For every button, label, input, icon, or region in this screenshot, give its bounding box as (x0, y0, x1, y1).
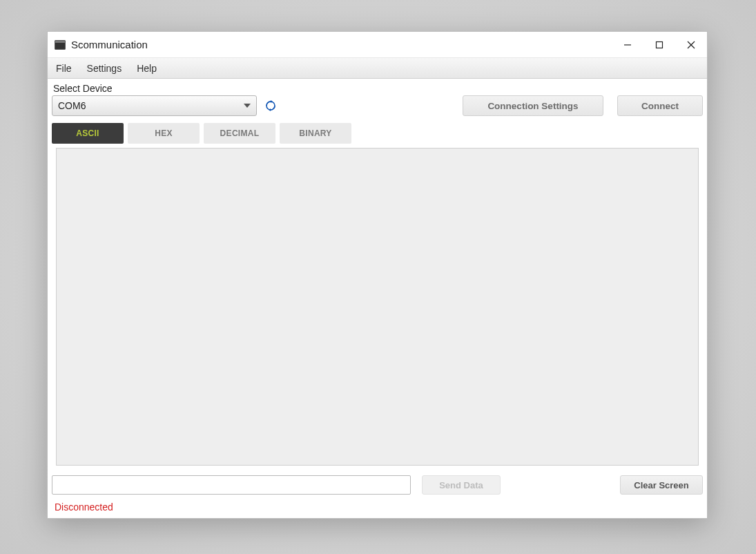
app-window: Scommunication File Settings Help Select… (47, 31, 708, 519)
close-icon (687, 41, 695, 49)
content-area: Select Device COM6 Connection Settings C… (48, 79, 707, 518)
select-device-label: Select Device (48, 79, 707, 95)
connection-status: Disconnected (48, 495, 707, 518)
send-data-button[interactable]: Send Data (422, 475, 501, 495)
clear-screen-button[interactable]: Clear Screen (620, 475, 703, 495)
tab-binary[interactable]: BINARY (280, 123, 351, 144)
refresh-icon (265, 100, 276, 111)
menu-settings[interactable]: Settings (87, 63, 122, 74)
menu-bar: File Settings Help (48, 58, 707, 79)
chevron-down-icon (244, 104, 251, 108)
app-icon (55, 40, 66, 50)
connect-button[interactable]: Connect (617, 95, 703, 116)
send-input[interactable] (52, 475, 411, 495)
maximize-icon (655, 41, 663, 49)
title-bar: Scommunication (48, 32, 707, 58)
tab-hex[interactable]: HEX (128, 123, 200, 144)
send-row: Send Data Clear Screen (48, 466, 707, 495)
tab-decimal[interactable]: DECIMAL (204, 123, 275, 144)
refresh-button[interactable] (265, 100, 276, 111)
device-row: COM6 Connection Settings Connect (48, 95, 707, 123)
maximize-button[interactable] (643, 32, 675, 58)
terminal-output[interactable] (56, 148, 699, 466)
svg-rect-1 (657, 41, 663, 48)
device-select[interactable]: COM6 (52, 95, 257, 116)
format-tabs: ASCII HEX DECIMAL BINARY (48, 123, 707, 144)
device-select-value: COM6 (58, 100, 86, 111)
connection-settings-button[interactable]: Connection Settings (463, 95, 603, 116)
minimize-icon (623, 41, 632, 49)
close-button[interactable] (675, 32, 707, 58)
minimize-button[interactable] (612, 32, 643, 58)
window-title: Scommunication (71, 39, 148, 50)
menu-file[interactable]: File (56, 63, 72, 74)
menu-help[interactable]: Help (137, 63, 157, 74)
tab-ascii[interactable]: ASCII (52, 123, 124, 144)
